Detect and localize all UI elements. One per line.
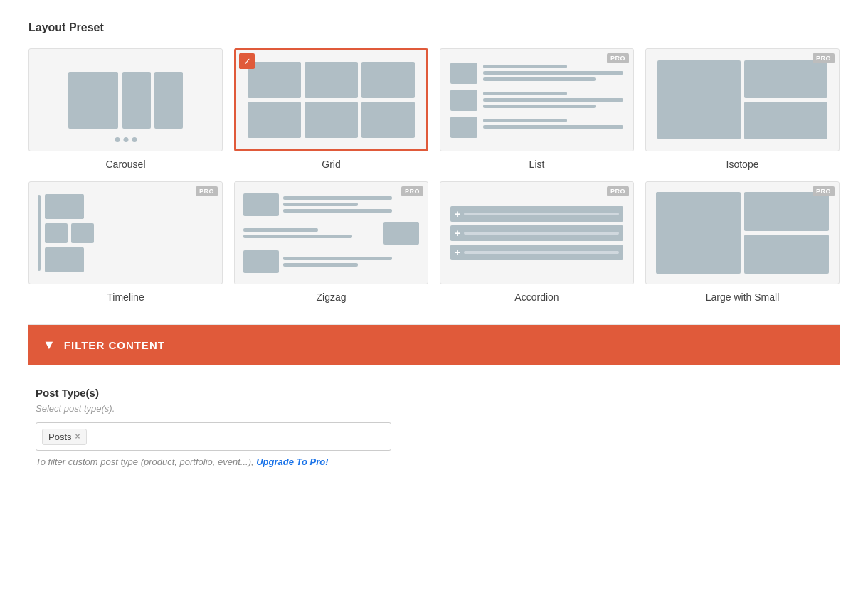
zz-lines-1 [283, 196, 419, 213]
zz-line-3a [283, 257, 392, 260]
list-thumb-1 [450, 63, 477, 84]
acc-row-1: + [450, 206, 623, 222]
list-row-2 [450, 90, 623, 111]
dot-3 [132, 137, 137, 142]
accordion-pro-badge: PRO [607, 186, 629, 196]
acc-plus-1: + [455, 209, 460, 219]
acc-line-1 [464, 213, 619, 215]
layout-preview-grid[interactable]: ✓ [234, 48, 428, 151]
zz-line-1c [283, 209, 392, 213]
isotope-label: Isotope [726, 159, 759, 170]
layout-item-isotope[interactable]: PRO Isotope [645, 48, 840, 170]
list-thumb-3 [450, 117, 477, 138]
layout-preset-title: Layout Preset [28, 21, 840, 34]
layout-item-accordion[interactable]: PRO + + + Accordion [440, 181, 634, 303]
grid-cell-2 [305, 62, 358, 98]
tl-big-4 [45, 247, 84, 272]
list-line-1a [483, 65, 567, 68]
grid-label: Grid [322, 159, 340, 170]
lws-small-1 [744, 192, 829, 231]
carousel-label: Carousel [105, 159, 145, 170]
layout-preview-timeline[interactable]: PRO [28, 181, 223, 284]
grid-illustration [236, 50, 426, 149]
list-row-3 [450, 117, 623, 138]
carousel-illustration [61, 65, 190, 136]
layout-preview-zigzag[interactable]: PRO [234, 181, 428, 284]
grid-cell-6 [361, 102, 415, 138]
layout-item-zigzag[interactable]: PRO [234, 181, 428, 303]
zigzag-illustration [235, 185, 428, 282]
zz-thumb-3 [243, 250, 279, 273]
zz-row-2 [243, 222, 419, 245]
list-thumb-2 [450, 90, 477, 111]
carousel-dots [115, 137, 137, 142]
filter-icon: ▼ [43, 338, 55, 353]
zz-lines-2 [243, 228, 379, 238]
iso-big [657, 60, 741, 139]
acc-row-2: + [450, 225, 623, 241]
large-small-illustration [646, 182, 839, 284]
isotope-illustration [646, 49, 839, 151]
posts-tag: Posts × [42, 429, 87, 445]
list-line-3a [483, 119, 567, 122]
zz-line-2b [243, 235, 352, 238]
acc-plus-3: + [455, 247, 460, 257]
list-line-1c [483, 77, 596, 81]
layout-item-timeline[interactable]: PRO [28, 181, 223, 303]
zz-line-2a [243, 228, 318, 232]
list-line-3b [483, 125, 623, 129]
list-illustration [440, 53, 633, 148]
list-label: List [529, 159, 545, 170]
grid-cell-4 [248, 102, 301, 138]
layout-item-list[interactable]: PRO [440, 48, 634, 170]
field-note-text: To filter custom post type (product, por… [36, 456, 256, 467]
carousel-sm-1 [122, 72, 151, 129]
carousel-big-block [68, 72, 118, 129]
posts-tag-remove[interactable]: × [75, 432, 80, 442]
grid-cell-1 [248, 62, 301, 98]
layout-preview-accordion[interactable]: PRO + + + [440, 181, 634, 284]
list-lines-3 [483, 117, 623, 129]
accordion-illustration: + + + [440, 196, 633, 270]
post-types-label: Post Type(s) [36, 387, 832, 399]
timeline-illustration [29, 182, 222, 284]
zz-row-1 [243, 193, 419, 216]
timeline-row-3 [45, 247, 213, 272]
layout-item-large-small[interactable]: PRO Large with Small [645, 181, 840, 303]
zz-line-1b [283, 203, 358, 206]
timeline-row-2 [45, 223, 213, 243]
large-small-pro-badge: PRO [813, 186, 835, 196]
acc-line-3 [464, 251, 619, 254]
tl-small-3 [71, 223, 94, 243]
layout-item-carousel[interactable]: Carousel [28, 48, 223, 170]
list-line-2c [483, 105, 596, 108]
carousel-sm-2 [154, 72, 183, 129]
filter-section-title: FILTER CONTENT [64, 339, 165, 351]
list-line-1b [483, 71, 623, 75]
acc-line-2 [464, 232, 619, 235]
list-lines-1 [483, 63, 623, 81]
layout-preview-large-small[interactable]: PRO [645, 181, 840, 284]
lws-big [656, 192, 741, 274]
layout-item-grid[interactable]: ✓ Grid [234, 48, 428, 170]
zigzag-pro-badge: PRO [401, 186, 423, 196]
zz-line-3b [283, 263, 358, 267]
timeline-pro-badge: PRO [196, 186, 218, 196]
layout-preview-isotope[interactable]: PRO [645, 48, 840, 151]
grid-cell-5 [305, 102, 358, 138]
main-container: Layout Preset Carousel [0, 0, 868, 488]
layout-preview-carousel[interactable] [28, 48, 223, 151]
upgrade-to-pro-link[interactable]: Upgrade To Pro! [256, 456, 328, 467]
tl-small-2 [45, 223, 68, 243]
layout-preview-list[interactable]: PRO [440, 48, 634, 151]
post-types-input[interactable]: Posts × [36, 422, 391, 451]
lws-small-2 [744, 235, 829, 274]
iso-small-1 [744, 60, 827, 98]
acc-plus-2: + [455, 228, 460, 238]
list-line-2a [483, 92, 567, 95]
posts-tag-label: Posts [48, 432, 72, 442]
grid-cell-3 [361, 62, 415, 98]
selected-checkmark: ✓ [239, 53, 255, 69]
filter-section-header: ▼ FILTER CONTENT [28, 325, 840, 365]
dot-1 [115, 137, 120, 142]
